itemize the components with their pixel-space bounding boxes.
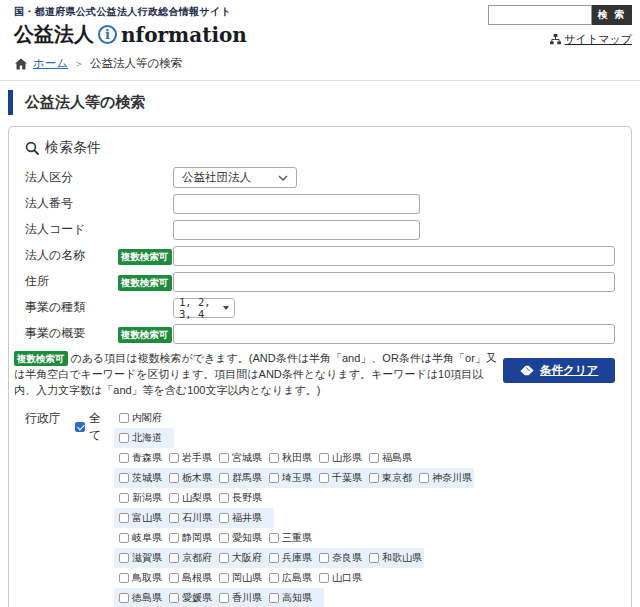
authority-prefecture-grid: 内閣府北海道青森県岩手県宮城県秋田県山形県福島県茨城県栃木県群馬県埼玉県千葉県東…: [119, 408, 615, 607]
authority-checkbox-栃木県[interactable]: 栃木県: [169, 471, 219, 485]
authority-checkbox-愛媛県[interactable]: 愛媛県: [169, 591, 219, 605]
multi-search-badge: 複数検索可: [14, 351, 68, 366]
breadcrumb-home-link[interactable]: ホーム: [33, 56, 68, 71]
authority-checkbox-福島県[interactable]: 福島県: [369, 451, 419, 465]
authority-checkbox-山口県[interactable]: 山口県: [319, 571, 369, 585]
authority-checkbox-岩手県[interactable]: 岩手県: [169, 451, 219, 465]
authority-checkbox-北海道[interactable]: 北海道: [119, 431, 169, 445]
authority-checkbox-label: 山梨県: [182, 491, 212, 505]
business-summary-input[interactable]: [173, 324, 615, 344]
authority-checkbox-埼玉県[interactable]: 埼玉県: [269, 471, 319, 485]
checkbox-icon: [119, 513, 129, 523]
clear-conditions-button[interactable]: 条件クリア: [503, 358, 615, 383]
address-input[interactable]: [173, 272, 615, 292]
checkbox-icon: [319, 553, 329, 563]
checkbox-icon: [119, 573, 129, 583]
corporation-type-select[interactable]: 公益社団法人: [173, 167, 297, 188]
checkbox-icon: [419, 473, 429, 483]
authority-checkbox-奈良県[interactable]: 奈良県: [319, 551, 369, 565]
authority-checkbox-大阪府[interactable]: 大阪府: [219, 551, 269, 565]
corporation-type-selected: 公益社団法人: [182, 170, 251, 185]
site-tagline: 国・都道府県公式公益法人行政総合情報サイト: [14, 5, 247, 19]
checkbox-icon: [269, 553, 279, 563]
authority-checkbox-三重県[interactable]: 三重県: [269, 531, 319, 545]
authority-checkbox-label: 千葉県: [332, 471, 362, 485]
authority-checkbox-島根県[interactable]: 島根県: [169, 571, 219, 585]
corporation-code-input[interactable]: [173, 220, 420, 240]
corporation-number-label: 法人番号: [25, 195, 118, 212]
authority-checkbox-岐阜県[interactable]: 岐阜県: [119, 531, 169, 545]
sitemap-link[interactable]: サイトマップ: [550, 32, 632, 47]
authority-checkbox-長野県[interactable]: 長野県: [219, 491, 269, 505]
authority-checkbox-label: 広島県: [282, 571, 312, 585]
breadcrumb-separator: ＞: [74, 57, 84, 71]
authority-checkbox-row: 徳島県愛媛県香川県高知県: [114, 588, 324, 607]
authority-checkbox-富山県[interactable]: 富山県: [119, 511, 169, 525]
header-right: 検 索 サイトマップ: [488, 5, 632, 47]
authority-checkbox-千葉県[interactable]: 千葉県: [319, 471, 369, 485]
authority-checkbox-京都府[interactable]: 京都府: [169, 551, 219, 565]
checkbox-icon: [119, 493, 129, 503]
authority-checkbox-新潟県[interactable]: 新潟県: [119, 491, 169, 505]
corporation-number-input[interactable]: [173, 194, 420, 214]
authority-checkbox-兵庫県[interactable]: 兵庫県: [269, 551, 319, 565]
field-row-corporation-code: 法人コード: [25, 219, 615, 240]
authority-checkbox-滋賀県[interactable]: 滋賀県: [119, 551, 169, 565]
panel-title: 検索条件: [25, 139, 615, 157]
checkbox-icon: [369, 473, 379, 483]
corporation-name-input[interactable]: [173, 246, 615, 266]
authority-checkbox-東京都[interactable]: 東京都: [369, 471, 419, 485]
authority-checkbox-鳥取県[interactable]: 鳥取県: [119, 571, 169, 585]
note-row: 複数検索可のある項目は複数検索ができます。(AND条件は半角「and」、OR条件…: [14, 351, 615, 399]
site-header: 国・都道府県公式公益法人行政総合情報サイト 公益法人 i nformation …: [0, 0, 640, 46]
authority-checkbox-label: 北海道: [132, 431, 162, 445]
checkbox-icon: [119, 413, 129, 423]
authority-checkbox-row: 富山県石川県福井県: [114, 508, 274, 528]
authority-checkbox-label: 大阪府: [232, 551, 262, 565]
authority-checkbox-宮城県[interactable]: 宮城県: [219, 451, 269, 465]
business-type-selected: 1, 2, 3, 4: [179, 296, 218, 320]
checkbox-icon: [219, 493, 229, 503]
authority-checkbox-静岡県[interactable]: 静岡県: [169, 531, 219, 545]
authority-checkbox-山形県[interactable]: 山形県: [319, 451, 369, 465]
clear-conditions-label: 条件クリア: [540, 363, 598, 378]
multi-search-badge: 複数検索可: [118, 249, 172, 264]
site-search-input[interactable]: [488, 5, 592, 25]
page-title-section: 公益法人等の検索: [0, 80, 640, 124]
authority-checkbox-label: 新潟県: [132, 491, 162, 505]
authority-checkbox-高知県[interactable]: 高知県: [269, 591, 319, 605]
chevron-down-icon: [278, 175, 288, 181]
authority-checkbox-石川県[interactable]: 石川県: [169, 511, 219, 525]
address-label: 住所: [25, 273, 118, 290]
authority-checkbox-香川県[interactable]: 香川県: [219, 591, 269, 605]
authority-checkbox-label: 愛媛県: [182, 591, 212, 605]
authority-checkbox-label: 岩手県: [182, 451, 212, 465]
business-type-select[interactable]: 1, 2, 3, 4: [173, 298, 235, 318]
site-logo[interactable]: 公益法人 i nformation: [14, 21, 247, 48]
authority-checkbox-山梨県[interactable]: 山梨県: [169, 491, 219, 505]
authority-checkbox-和歌山県[interactable]: 和歌山県: [369, 551, 419, 565]
authority-checkbox-愛知県[interactable]: 愛知県: [219, 531, 269, 545]
authority-checkbox-群馬県[interactable]: 群馬県: [219, 471, 269, 485]
authority-checkbox-row: 鳥取県島根県岡山県広島県山口県: [114, 568, 374, 588]
authority-checkbox-label: 栃木県: [182, 471, 212, 485]
authority-checkbox-茨城県[interactable]: 茨城県: [119, 471, 169, 485]
panel-title-label: 検索条件: [45, 139, 101, 157]
authority-checkbox-秋田県[interactable]: 秋田県: [269, 451, 319, 465]
authority-checkbox-広島県[interactable]: 広島県: [269, 571, 319, 585]
authority-checkbox-福井県[interactable]: 福井県: [219, 511, 269, 525]
checkbox-icon: [269, 453, 279, 463]
authority-checkbox-label: 宮城県: [232, 451, 262, 465]
authority-checkbox-神奈川県[interactable]: 神奈川県: [419, 471, 469, 485]
search-icon: [25, 141, 39, 155]
header-left: 国・都道府県公式公益法人行政総合情報サイト 公益法人 i nformation: [14, 5, 247, 48]
authority-checkbox-label: 奈良県: [332, 551, 362, 565]
authority-checkbox-label: 東京都: [382, 471, 412, 485]
authority-checkbox-青森県[interactable]: 青森県: [119, 451, 169, 465]
authority-all-checkbox[interactable]: 全て: [75, 408, 113, 444]
authority-checkbox-岡山県[interactable]: 岡山県: [219, 571, 269, 585]
authority-checkbox-徳島県[interactable]: 徳島県: [119, 591, 169, 605]
site-search-button[interactable]: 検 索: [592, 5, 632, 25]
authority-checkbox-内閣府[interactable]: 内閣府: [119, 411, 169, 425]
business-type-label: 事業の種類: [25, 299, 118, 316]
